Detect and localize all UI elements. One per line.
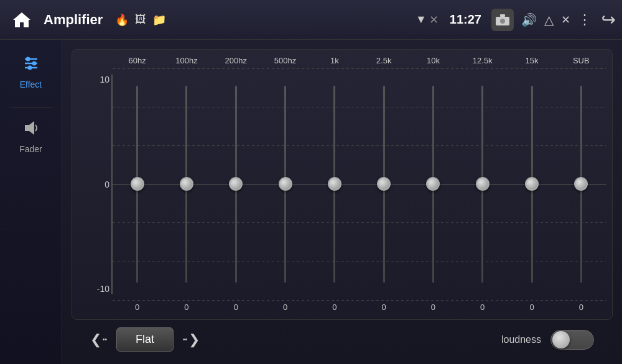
slider-thumb-10k[interactable] (426, 177, 440, 191)
camera-button[interactable] (491, 9, 514, 31)
eq-slider-1k[interactable] (333, 86, 335, 283)
folder-icon[interactable]: 📁 (152, 13, 166, 27)
bottom-right-controls: loudness (501, 330, 594, 350)
prev-button[interactable]: ❮ •• (90, 332, 107, 348)
eq-container: 60hz 100hz 200hz 500hz 1k 2.5k 10k 12.5k… (72, 49, 613, 320)
freq-200hz: 200hz (211, 56, 261, 65)
fire-icon[interactable]: 🔥 (115, 13, 129, 27)
freq-1k: 1k (310, 56, 359, 65)
slider-value-10k: 0 (409, 303, 458, 312)
svg-point-6 (32, 61, 36, 66)
eq-slider-SUB[interactable] (580, 86, 582, 283)
fader-label: Fader (19, 144, 42, 154)
sliders-row (113, 68, 606, 300)
slider-col-SUB (557, 68, 606, 300)
svg-point-1 (500, 19, 505, 24)
clock-display: 11:27 (450, 12, 481, 27)
next-button[interactable]: •• ❯ (183, 332, 200, 348)
eq-slider-200hz[interactable] (235, 86, 237, 283)
slider-thumb-200hz[interactable] (229, 177, 243, 191)
slider-value-1k: 0 (310, 303, 359, 312)
freq-15k: 15k (507, 56, 556, 65)
freq-60hz: 60hz (113, 56, 162, 65)
slider-col-12.5k (458, 68, 507, 300)
y-label-mid: 0 (81, 180, 109, 189)
y-axis: 10 0 -10 (78, 68, 113, 300)
image-icon[interactable]: 🖼 (135, 13, 146, 26)
loudness-label: loudness (501, 334, 541, 345)
flat-button[interactable]: Flat (116, 327, 174, 352)
slider-thumb-12.5k[interactable] (476, 177, 490, 191)
svg-point-4 (26, 57, 30, 61)
sidebar-item-fader[interactable]: Fader (6, 114, 56, 159)
slider-col-500hz (261, 68, 310, 300)
home-button[interactable] (6, 4, 37, 35)
prev-dots: •• (103, 336, 107, 343)
sidebar-divider (9, 107, 53, 107)
values-row: 0000000000 (78, 300, 606, 313)
slider-col-1k (310, 68, 359, 300)
eq-slider-500hz[interactable] (284, 86, 286, 283)
wifi-off-icon: ✕ (429, 13, 439, 27)
slider-thumb-2.5k[interactable] (377, 177, 391, 191)
eq-slider-10k[interactable] (432, 86, 434, 283)
freq-500hz: 500hz (261, 56, 310, 65)
slider-col-100hz (162, 68, 211, 300)
slider-value-15k: 0 (507, 303, 556, 312)
sidebar-item-effect[interactable]: Effect (6, 49, 56, 94)
sidebar: Effect Fader (0, 40, 62, 364)
y-label-top: 10 (81, 75, 109, 84)
eq-slider-60hz[interactable] (136, 86, 138, 283)
freq-sub: SUB (557, 56, 606, 65)
slider-value-200hz: 0 (211, 303, 261, 312)
eq-panel: 60hz 100hz 200hz 500hz 1k 2.5k 10k 12.5k… (62, 40, 622, 364)
speaker-icon (22, 119, 40, 141)
chevron-left-icon: ❮ (90, 332, 101, 348)
freq-2.5k: 2.5k (359, 56, 408, 65)
slider-col-2.5k (359, 68, 408, 300)
slider-thumb-1k[interactable] (328, 177, 341, 191)
next-dots: •• (183, 336, 187, 343)
slider-value-12.5k: 0 (458, 303, 507, 312)
slider-value-60hz: 0 (113, 303, 162, 312)
slider-col-15k (507, 68, 556, 300)
slider-value-2.5k: 0 (359, 303, 408, 312)
slider-col-60hz (113, 68, 162, 300)
more-icon[interactable]: ⋮ (578, 12, 592, 28)
effect-label: Effect (20, 80, 42, 89)
svg-point-8 (27, 66, 32, 70)
slider-value-500hz: 0 (261, 303, 310, 312)
header-media-icons: 🔥 🖼 📁 (115, 13, 166, 27)
slider-col-10k (409, 68, 458, 300)
slider-value-100hz: 0 (162, 303, 211, 312)
y-label-bot: -10 (81, 284, 109, 294)
freq-labels: 60hz 100hz 200hz 500hz 1k 2.5k 10k 12.5k… (78, 56, 606, 65)
eq-slider-100hz[interactable] (185, 86, 187, 283)
sliders-icon (22, 54, 40, 76)
sliders-area (113, 68, 606, 300)
freq-10k: 10k (409, 56, 458, 65)
svg-rect-2 (500, 14, 505, 17)
slider-thumb-500hz[interactable] (279, 177, 292, 191)
volume-icon[interactable]: 🔊 (521, 12, 537, 27)
slider-thumb-SUB[interactable] (574, 177, 588, 191)
header: Amplifier 🔥 🖼 📁 ▼ ✕ 11:27 🔊 △ ✕ ⋮ ↩ (0, 0, 622, 40)
page-title: Amplifier (44, 12, 103, 28)
slider-thumb-15k[interactable] (525, 177, 539, 191)
wifi-icon: ▼ (415, 13, 427, 26)
slider-col-200hz (211, 68, 261, 300)
svg-marker-9 (25, 121, 34, 135)
eject-icon[interactable]: △ (544, 12, 554, 27)
eq-slider-15k[interactable] (531, 86, 533, 283)
slider-thumb-60hz[interactable] (131, 177, 144, 191)
eq-slider-12.5k[interactable] (481, 86, 483, 283)
slider-thumb-100hz[interactable] (180, 177, 193, 191)
freq-100hz: 100hz (162, 56, 211, 65)
bottom-controls: ❮ •• Flat •• ❯ loudness (72, 320, 613, 355)
chevron-right-icon: ❯ (188, 332, 200, 348)
back-button[interactable]: ↩ (601, 9, 616, 30)
close-icon[interactable]: ✕ (561, 13, 570, 27)
loudness-toggle[interactable] (550, 330, 594, 350)
eq-slider-2.5k[interactable] (383, 86, 385, 283)
bottom-left-controls: ❮ •• Flat •• ❯ (90, 327, 200, 352)
